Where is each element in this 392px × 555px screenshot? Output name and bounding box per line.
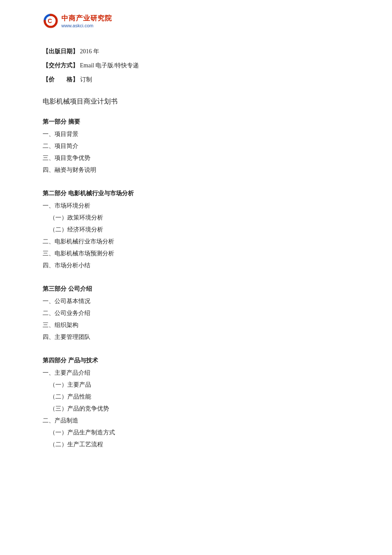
toc-item: 四、市场分析小结 bbox=[43, 260, 349, 272]
toc-item-indent: （二）产品性能 bbox=[49, 391, 349, 403]
toc-item-indent: （二）生产工艺流程 bbox=[49, 439, 349, 451]
meta-row-date: 【出版日期】 2016 年 bbox=[43, 46, 349, 57]
meta-section: 【出版日期】 2016 年 【交付方式】 Email 电子版/特快专递 【价 格… bbox=[43, 46, 349, 85]
toc-item-indent: （三）产品的竞争优势 bbox=[49, 403, 349, 415]
meta-row-delivery: 【交付方式】 Email 电子版/特快专递 bbox=[43, 60, 349, 71]
toc-item-indent: （一）政策环境分析 bbox=[49, 212, 349, 224]
meta-value-delivery: Email 电子版/特快专递 bbox=[80, 62, 139, 69]
meta-label-price: 【价 格】 bbox=[43, 76, 78, 83]
toc-item: 一、公司基本情况 bbox=[43, 295, 349, 307]
toc-item: 三、项目竞争优势 bbox=[43, 152, 349, 164]
toc-item-indent: （一）产品生产制造方式 bbox=[49, 427, 349, 439]
toc-item: 二、电影机械行业市场分析 bbox=[43, 236, 349, 248]
meta-label-delivery: 【交付方式】 bbox=[43, 62, 78, 69]
toc-item: 二、公司业务介绍 bbox=[43, 307, 349, 319]
toc-section-header: 第四部分 产品与技术 bbox=[43, 357, 349, 364]
doc-title: 电影机械项目商业计划书 bbox=[43, 97, 349, 106]
logo-url: www.askci.com bbox=[61, 23, 112, 28]
toc-item-indent: （二）经济环境分析 bbox=[49, 224, 349, 236]
meta-row-price: 【价 格】 订制 bbox=[43, 74, 349, 85]
logo-title: 中商产业研究院 bbox=[61, 14, 112, 23]
logo-text-block: 中商产业研究院 www.askci.com bbox=[61, 14, 112, 28]
toc-item: 一、主要产品介绍 bbox=[43, 367, 349, 379]
toc-section-header: 第二部分 电影机械行业与市场分析 bbox=[43, 190, 349, 197]
logo-area: C 中商产业研究院 www.askci.com bbox=[43, 13, 349, 29]
toc-container: 第一部分 摘要一、项目背景二、项目简介三、项目竞争优势四、融资与财务说明第二部分… bbox=[43, 118, 349, 451]
toc-item: 一、市场环境分析 bbox=[43, 200, 349, 212]
toc-item: 三、组织架构 bbox=[43, 319, 349, 331]
meta-value-date: 2016 年 bbox=[80, 48, 100, 55]
toc-section-header: 第一部分 摘要 bbox=[43, 118, 349, 126]
meta-label-date: 【出版日期】 bbox=[43, 48, 78, 55]
toc-item: 三、电影机械市场预测分析 bbox=[43, 248, 349, 260]
logo-icon: C bbox=[43, 13, 59, 29]
svg-text:C: C bbox=[48, 17, 52, 24]
toc-item: 二、产品制造 bbox=[43, 415, 349, 427]
toc-item: 一、项目背景 bbox=[43, 128, 349, 140]
toc-item: 二、项目简介 bbox=[43, 140, 349, 152]
toc-item: 四、融资与财务说明 bbox=[43, 164, 349, 176]
meta-value-price: 订制 bbox=[80, 76, 92, 83]
toc-section-header: 第三部分 公司介绍 bbox=[43, 285, 349, 293]
toc-item: 四、主要管理团队 bbox=[43, 331, 349, 343]
toc-item-indent: （一）主要产品 bbox=[49, 379, 349, 391]
page-container: C 中商产业研究院 www.askci.com 【出版日期】 2016 年 【交… bbox=[0, 0, 392, 555]
